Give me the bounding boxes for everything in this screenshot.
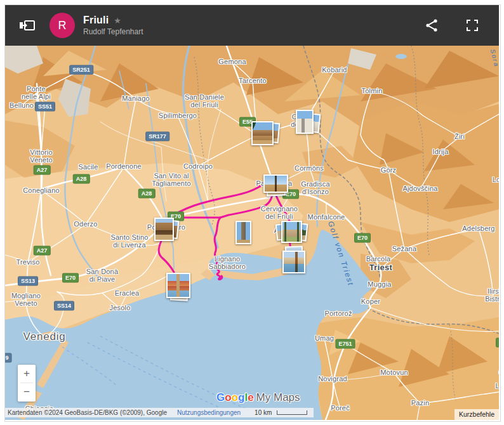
scale-text: 10 km [255, 409, 272, 416]
watermark-letter: g [238, 391, 244, 403]
watermark-letter: G [216, 391, 225, 403]
star-icon[interactable]: ★ [114, 16, 121, 25]
map-label: Motovun [380, 369, 408, 376]
side-panel-icon [19, 18, 36, 32]
road-badge: SR177 [145, 132, 169, 141]
map-label: Codroipo [183, 162, 213, 170]
map-label: Monfalcone [308, 213, 345, 221]
title-block: Friuli ★ Rudolf Tepfenhart [83, 15, 424, 36]
map-label: Ponte nelle Alpi [22, 85, 51, 100]
watermark-suffix: My Maps [256, 391, 300, 403]
map-label: Ilirska Bistrica [485, 287, 499, 303]
avatar-letter: R [58, 19, 67, 32]
road-badge: A27 [34, 166, 51, 175]
map-label: Cormòns [295, 164, 324, 172]
photo-marker-tower[interactable] [235, 221, 251, 244]
map-label: Vittorio Veneto [30, 148, 53, 164]
watermark-letter: e [248, 391, 253, 403]
map-label: San Vito al Tagliamento [152, 172, 191, 187]
avatar[interactable]: R [50, 13, 75, 38]
map-label: Barcola [366, 255, 391, 263]
map-label: Adelsberg [462, 225, 494, 232]
map-label-triest: Triest [369, 264, 392, 271]
map-label: Muggia [368, 280, 391, 288]
photo-marker-aquileia[interactable] [281, 221, 302, 243]
photo-marker-udine[interactable] [251, 121, 274, 145]
road-badge: E61 [496, 338, 499, 348]
road-badge: E70 [62, 273, 79, 283]
map-label: Kobarid [322, 66, 347, 74]
road-badge: 9 [5, 353, 12, 363]
photo-marker-grado[interactable] [282, 251, 305, 273]
map-label: Spilimbergo [159, 112, 197, 119]
photo-marker-caorle[interactable] [166, 273, 190, 298]
map-label: Treviso [16, 258, 39, 266]
fullscreen-button[interactable] [465, 18, 480, 33]
map-title: Friuli [83, 15, 109, 26]
road-badge: E70 [354, 233, 371, 243]
photo-marker-cividale[interactable] [296, 110, 314, 134]
map-header: R Friuli ★ Rudolf Tepfenhart [5, 5, 499, 46]
photo-marker-palmanova[interactable] [263, 174, 288, 193]
map-label: Koper [361, 298, 380, 305]
screenshot-root: R Friuli ★ Rudolf Tepfenhart [0, 0, 504, 425]
share-icon [424, 18, 439, 33]
map-label: Tarcento [239, 77, 267, 84]
map-label: Logatec [493, 176, 499, 183]
map-label: Conegliano [23, 186, 60, 194]
map-label: Novigrad [318, 375, 347, 383]
watermark-letter: o [232, 391, 238, 403]
map-art [5, 46, 499, 420]
map-label: Poreč [331, 404, 350, 412]
road-badge: SR251 [69, 65, 93, 75]
road-badge: SS14 [54, 301, 74, 311]
map-label: Pordenone [106, 162, 142, 170]
road-badge: E751 [335, 339, 355, 349]
map-label: Görz [381, 166, 397, 174]
road-badge: A28 [73, 174, 90, 184]
map-label: Umag [315, 334, 334, 342]
share-button[interactable] [424, 18, 439, 33]
road-badge: SS13 [18, 277, 38, 286]
map-label: Lignano Sabbiadoro [209, 255, 246, 270]
zoom-in-button[interactable]: + [18, 365, 36, 383]
map-label: Maniago [122, 95, 150, 102]
zoom-out-button[interactable]: − [18, 383, 36, 401]
zoom-control: + − [18, 365, 36, 402]
road-badge: SS51 [35, 102, 55, 112]
map-label: Gradisca d'Isonzo [301, 180, 330, 195]
map-label: Eraclea [115, 289, 140, 297]
mymaps-embed: R Friuli ★ Rudolf Tepfenhart [4, 4, 501, 422]
map-label: Lovran [496, 382, 499, 389]
map-label: Ajdovščina [402, 185, 437, 192]
map-label: Belluno [10, 101, 34, 109]
map-label: Jesolo [110, 304, 131, 311]
map-label: Oderzo [74, 220, 97, 228]
road-badge: A27 [34, 246, 51, 256]
map-label: Mogliano Veneto [11, 292, 41, 307]
map-label: Gemona [218, 58, 246, 65]
open-side-panel-button[interactable] [19, 18, 36, 32]
map-label: San Daniele del Friuli [185, 93, 224, 108]
map-owner: Rudolf Tepfenhart [83, 27, 424, 36]
photo-marker-portogruaro[interactable] [154, 218, 174, 241]
map-canvas[interactable]: Ponte nelle Alpi Belluno Maniago Spilimb… [5, 46, 499, 420]
terms-link[interactable]: Nutzungsbedingungen [177, 409, 241, 416]
keyboard-shortcuts-button[interactable]: Kurzbefehle [454, 409, 499, 420]
google-my-maps-watermark[interactable]: GoogleMy Maps [216, 391, 300, 404]
map-label: Idrija [432, 148, 448, 155]
attribution-text: Kartendaten ©2024 GeoBasis-DE/BKG (©2009… [8, 409, 167, 416]
road-badge: A28 [138, 189, 156, 199]
map-label: Sacile [78, 163, 98, 171]
map-label: Tolmin [362, 87, 383, 95]
map-label: Pazin [411, 399, 430, 407]
map-label: Portorož [324, 310, 352, 317]
scale-bar [277, 410, 307, 415]
watermark-letter: o [225, 391, 231, 403]
map-label: Žiri [454, 133, 465, 140]
map-label: Cervignano del Friuli [261, 205, 298, 220]
map-label: Santo Stino di Livenza [110, 233, 148, 249]
map-label: Sežana [392, 245, 417, 252]
map-label: San Donà di Piave [86, 268, 119, 283]
attribution-bar: Kartendaten ©2024 GeoBasis-DE/BKG (©2009… [5, 408, 314, 417]
